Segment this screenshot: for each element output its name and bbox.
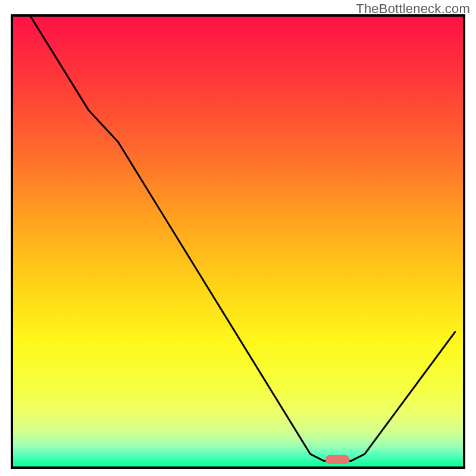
chart-svg [0,0,476,476]
chart-container: TheBottleneck.com [0,0,476,476]
optimal-marker [325,455,350,464]
watermark-text: TheBottleneck.com [356,1,470,17]
heat-gradient [12,15,464,468]
